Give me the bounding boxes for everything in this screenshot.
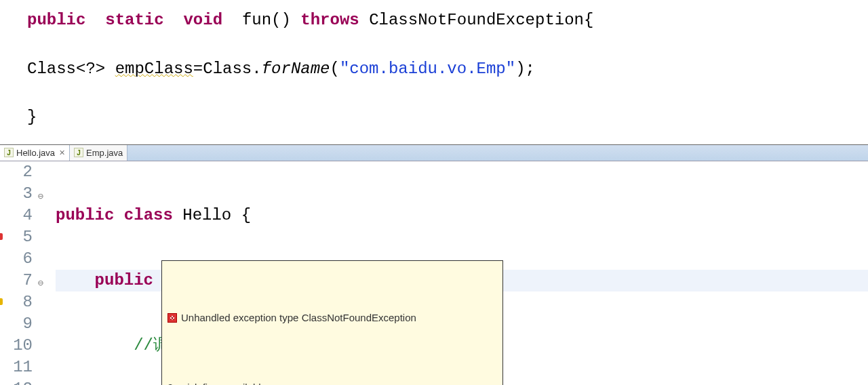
- code-editor[interactable]: 2 3 4 5 6 7 8 9 10 11 12 public class He…: [0, 161, 868, 385]
- class-name: Hello {: [173, 206, 251, 224]
- paren: (: [330, 60, 340, 78]
- static-method: forName: [262, 60, 330, 78]
- brace: }: [27, 104, 861, 131]
- line-number: 2: [0, 161, 34, 183]
- line-number: 9: [0, 313, 34, 335]
- code-text: );: [515, 60, 535, 78]
- line-number-error: 5: [0, 226, 34, 248]
- tab-label: Emp.java: [86, 148, 123, 158]
- code-area[interactable]: public class Hello { public static void …: [38, 161, 868, 385]
- java-file-icon: J: [74, 148, 83, 157]
- close-icon[interactable]: ✕: [59, 148, 65, 157]
- tooltip-title: Unhandled exception type ClassNotFoundEx…: [181, 307, 416, 329]
- tab-label: Hello.java: [16, 148, 55, 158]
- line-number: 7: [0, 270, 34, 291]
- keyword-public: public: [27, 11, 85, 29]
- line-number: 10: [0, 335, 34, 357]
- keyword-public: public: [95, 271, 153, 289]
- editor-tab-bar: J Hello.java ✕ J Emp.java: [0, 145, 868, 161]
- keyword-static: static: [105, 11, 163, 29]
- code-text: Class<?>: [27, 60, 115, 78]
- exception-name: ClassNotFoundException{: [369, 11, 593, 29]
- keyword-public: public: [56, 206, 114, 224]
- tooltip-subtitle: 2 quick fixes available:: [167, 377, 269, 385]
- indent: [56, 271, 95, 289]
- line-number: 3: [0, 183, 34, 205]
- java-file-icon: J: [4, 148, 14, 157]
- line-number: 6: [0, 248, 34, 270]
- indent: [56, 336, 134, 354]
- keyword-void: void: [183, 11, 222, 29]
- code-text: =Class.: [193, 60, 262, 78]
- line-gutter: 2 3 4 5 6 7 8 9 10 11 12: [0, 161, 38, 385]
- line-number-warn: 8: [0, 291, 34, 313]
- line-number: 12: [0, 378, 34, 385]
- line-number: 4: [0, 205, 34, 226]
- keyword-throws: throws: [300, 11, 359, 29]
- error-icon: x: [167, 313, 177, 323]
- quickfix-tooltip: x Unhandled exception type ClassNotFound…: [161, 260, 503, 385]
- keyword-class: class: [124, 206, 173, 224]
- method-name: fun(): [242, 11, 291, 29]
- top-code-snippet: public static void fun() throws ClassNot…: [0, 0, 868, 138]
- string-literal: "com.baidu.vo.Emp": [340, 60, 515, 78]
- line-number: 11: [0, 357, 34, 378]
- tab-emp-java[interactable]: J Emp.java: [70, 145, 127, 161]
- variable-warn: empClass: [115, 60, 193, 78]
- tab-hello-java[interactable]: J Hello.java ✕: [0, 145, 70, 161]
